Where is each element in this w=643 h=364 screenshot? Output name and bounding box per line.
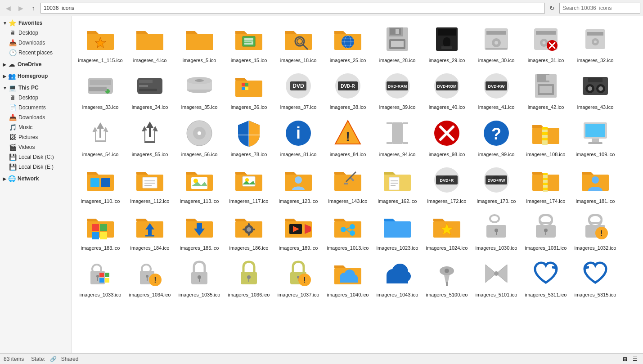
icon-item[interactable]: imageres_15.ico: [224, 20, 274, 67]
icon-item[interactable]: DVD+Rimageres_172.ico: [422, 161, 472, 207]
sidebar-item-disk-e[interactable]: 💾 Local Disk (E:): [0, 162, 72, 172]
sidebar-item-videos[interactable]: 🎬 Videos: [0, 142, 72, 152]
icon-item[interactable]: imageres_29.ico: [422, 20, 472, 67]
icon-item[interactable]: imageres_108.ico: [521, 114, 571, 161]
icon-item[interactable]: imageres_113.ico: [175, 161, 224, 207]
sidebar-item-desktop[interactable]: 🖥 Desktop: [0, 28, 72, 38]
icon-item[interactable]: imageres_32.ico: [571, 20, 620, 67]
icon-item[interactable]: imageres_43.ico: [571, 67, 620, 113]
icon-item[interactable]: imageres_1023.ico: [373, 207, 422, 254]
icon-item[interactable]: imageres_1040.ico: [323, 254, 373, 301]
icon-item[interactable]: imageres_98.ico: [422, 114, 472, 161]
icon-item[interactable]: !imageres_1037.ico: [274, 254, 323, 301]
icon-item[interactable]: DVDimageres_37.ico: [274, 67, 323, 113]
icon-item[interactable]: imageres_1036.ico: [224, 254, 274, 301]
up-button[interactable]: ↑: [28, 3, 39, 13]
sidebar-item-recent[interactable]: 🕐 Recent places: [0, 48, 72, 58]
icon-item[interactable]: imageres_5311.ico: [521, 254, 571, 301]
favorites-header[interactable]: ▼ ⭐ Favorites: [0, 18, 72, 28]
icon-item[interactable]: imageres_162.ico: [373, 161, 422, 207]
sidebar-item-pc-desktop[interactable]: 🖥 Desktop: [0, 93, 72, 103]
thispc-icon: 💻: [9, 84, 16, 91]
sidebar-item-disk-c[interactable]: 💾 Local Disk (C:): [0, 152, 72, 162]
icon-item[interactable]: imageres_28.ico: [373, 20, 422, 67]
icon-item[interactable]: DVD-RAMimageres_39.ico: [373, 67, 422, 113]
onedrive-header[interactable]: ▶ ☁ OneDrive: [0, 59, 72, 69]
icon-item[interactable]: imageres_1_115.ico: [76, 20, 125, 67]
homegroup-header[interactable]: ▶ 👥 Homegroup: [0, 71, 72, 81]
icon-item[interactable]: imageres_183.ico: [76, 207, 125, 254]
icon-item[interactable]: imageres_143.ico: [323, 161, 373, 207]
icon-item[interactable]: DVD+RWimageres_173.ico: [472, 161, 521, 207]
icon-item[interactable]: imageres_1035.ico: [175, 254, 224, 301]
large-icons-view-button[interactable]: ⊞: [621, 355, 630, 364]
sidebar-item-documents[interactable]: 📄 Documents: [0, 103, 72, 112]
icon-item[interactable]: imageres_123.ico: [274, 161, 323, 207]
icon-item[interactable]: imageres_184.ico: [125, 207, 175, 254]
svg-rect-141: [101, 178, 110, 187]
icon-item[interactable]: imageres_4.ico: [125, 20, 175, 67]
svg-rect-121: [387, 142, 392, 144]
icon-item[interactable]: imageres_110.ico: [76, 161, 125, 207]
details-view-button[interactable]: ☰: [630, 355, 639, 364]
refresh-button[interactable]: ↻: [547, 3, 558, 13]
icon-item[interactable]: imageres_1043.ico: [373, 254, 422, 301]
icon-item[interactable]: imageres_18.ico: [274, 20, 323, 67]
icon-item[interactable]: imageres_35.ico: [175, 67, 224, 113]
icon-item[interactable]: imageres_5.ico: [175, 20, 224, 67]
icon-item[interactable]: imageres_5101.ico: [472, 254, 521, 301]
icon-image: [282, 23, 315, 55]
icon-item[interactable]: imageres_109.ico: [571, 114, 620, 161]
network-header[interactable]: ▶ 🌐 Network: [0, 174, 72, 184]
icon-label: imageres_181.ico: [576, 198, 615, 204]
icon-item[interactable]: imageres_112.ico: [125, 161, 175, 207]
icon-item[interactable]: imageres_94.ico: [373, 114, 422, 161]
sidebar-item-downloads[interactable]: 📥 Downloads: [0, 38, 72, 48]
icon-item[interactable]: imageres_186.ico: [224, 207, 274, 254]
icon-item[interactable]: imageres_174.ico: [521, 161, 571, 207]
icon-item[interactable]: imageres_42.ico: [521, 67, 571, 113]
icon-item[interactable]: imageres_56.ico: [175, 114, 224, 161]
forward-button[interactable]: ▶: [15, 3, 26, 13]
sidebar-item-pc-downloads[interactable]: 📥 Downloads: [0, 112, 72, 122]
icon-item[interactable]: !imageres_84.ico: [323, 114, 373, 161]
icon-item[interactable]: imageres_1031.ico: [521, 207, 571, 254]
icon-item[interactable]: iimageres_81.ico: [274, 114, 323, 161]
icon-item[interactable]: imageres_5315.ico: [571, 254, 620, 301]
sidebar-item-music[interactable]: 🎵 Music: [0, 122, 72, 132]
icon-item[interactable]: imageres_5100.ico: [422, 254, 472, 301]
icon-item[interactable]: imageres_34.ico: [125, 67, 175, 113]
icon-item[interactable]: DVD-Rimageres_38.ico: [323, 67, 373, 113]
search-bar[interactable]: [559, 3, 640, 13]
icon-item[interactable]: ?imageres_99.ico: [472, 114, 521, 161]
icon-item[interactable]: imageres_25.ico: [323, 20, 373, 67]
icon-item[interactable]: imageres_1033.ico: [76, 254, 125, 301]
icon-item[interactable]: imageres_117.ico: [224, 161, 274, 207]
icon-item[interactable]: imageres_181.ico: [571, 161, 620, 207]
icon-item[interactable]: !imageres_1032.ico: [571, 207, 620, 254]
icon-item[interactable]: imageres_55.ico: [125, 114, 175, 161]
icon-item[interactable]: DVD-RWimageres_41.ico: [472, 67, 521, 113]
sidebar-item-pictures[interactable]: 🖼 Pictures: [0, 132, 72, 142]
svg-rect-132: [542, 132, 548, 135]
icon-label: imageres_94.ico: [379, 151, 416, 157]
pictures-icon: 🖼: [9, 134, 16, 141]
icon-item[interactable]: imageres_54.ico: [76, 114, 125, 161]
icon-item[interactable]: imageres_1013.ico: [323, 207, 373, 254]
icon-item[interactable]: imageres_185.ico: [175, 207, 224, 254]
icon-image: [84, 164, 117, 196]
icon-item[interactable]: imageres_78.ico: [224, 114, 274, 161]
icon-item[interactable]: DVD-ROMimageres_40.ico: [422, 67, 472, 113]
favorites-chevron: ▼: [3, 21, 7, 26]
icon-item[interactable]: imageres_1030.ico: [472, 207, 521, 254]
thispc-header[interactable]: ▼ 💻 This PC: [0, 83, 72, 93]
icon-item[interactable]: imageres_33.ico: [76, 67, 125, 113]
icon-item[interactable]: imageres_189.ico: [274, 207, 323, 254]
icon-item[interactable]: imageres_1024.ico: [422, 207, 472, 254]
icon-item[interactable]: !imageres_1034.ico: [125, 254, 175, 301]
icon-item[interactable]: imageres_31.ico: [521, 20, 571, 67]
icon-item[interactable]: imageres_30.ico: [472, 20, 521, 67]
back-button[interactable]: ◀: [3, 3, 13, 13]
search-input[interactable]: [562, 5, 637, 11]
icon-item[interactable]: imageres_36.ico: [224, 67, 274, 113]
